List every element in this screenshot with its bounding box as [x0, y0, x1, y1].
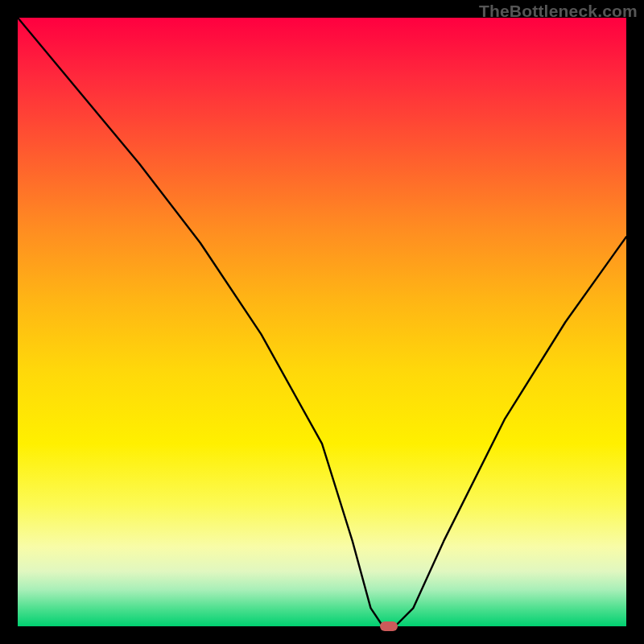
- minimum-marker: [380, 621, 398, 631]
- plot-area: [18, 18, 626, 626]
- chart-frame: TheBottleneck.com: [0, 0, 644, 644]
- watermark-text: TheBottleneck.com: [479, 2, 638, 21]
- bottleneck-curve: [18, 18, 626, 626]
